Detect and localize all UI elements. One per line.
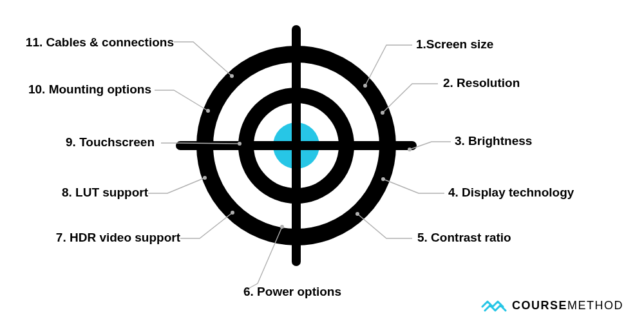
- label-contrast-ratio: 5. Contrast ratio: [417, 231, 511, 245]
- brand-mark-icon: [481, 296, 507, 314]
- label-screen-size: 1.Screen size: [416, 37, 493, 52]
- brand-text: COURSEMETHOD: [512, 299, 623, 312]
- label-hdr-video-support: 7. HDR video support: [52, 231, 180, 245]
- brand-text-second: METHOD: [567, 299, 623, 312]
- label-power-options: 6. Power options: [243, 285, 341, 299]
- brand-text-first: COURSE: [512, 299, 567, 312]
- label-display-technology: 4. Display technology: [448, 186, 574, 200]
- label-mounting-options: 10. Mounting options: [6, 82, 151, 97]
- brand-logo: COURSEMETHOD: [481, 296, 623, 314]
- label-lut-support: 8. LUT support: [19, 186, 148, 200]
- label-touchscreen: 9. Touchscreen: [26, 135, 155, 149]
- diagram-stage: 1.Screen size 2. Resolution 3. Brightnes…: [0, 0, 644, 326]
- label-brightness: 3. Brightness: [455, 134, 532, 148]
- label-resolution: 2. Resolution: [443, 76, 520, 90]
- label-cables-connections: 11. Cables & connections: [19, 35, 174, 50]
